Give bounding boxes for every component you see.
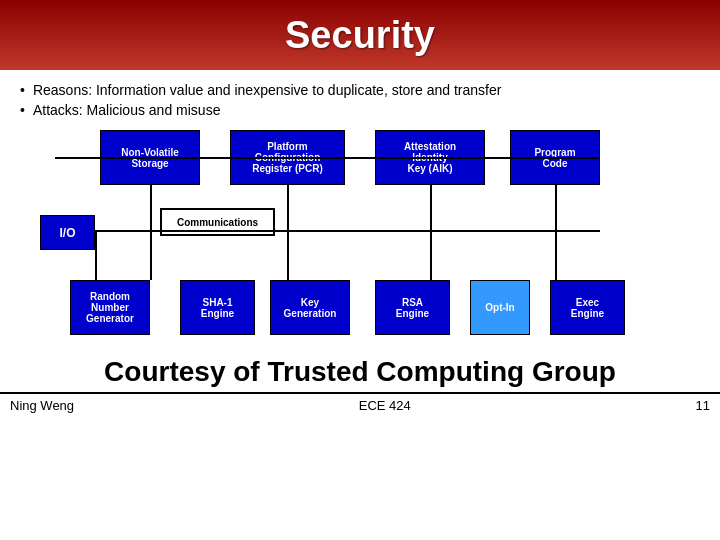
footer: Ning Weng ECE 424 11 [0, 394, 720, 417]
box-io: I/O [40, 215, 95, 250]
bullet-item-1: Reasons: Information value and inexpensi… [20, 80, 700, 100]
v-line-8 [555, 230, 557, 280]
bullet-text-2: Attacks: Malicious and misuse [33, 102, 221, 118]
box-keygen: Key Generation [270, 280, 350, 335]
courtesy-text: Courtesy of Trusted Computing Group [20, 356, 700, 388]
header: Security [0, 0, 720, 70]
v-line-5 [150, 230, 152, 280]
main-content: Reasons: Information value and inexpensi… [0, 70, 720, 388]
diagram-area: Non-Volatile Storage Platform Configurat… [20, 130, 700, 350]
v-line-3 [430, 185, 432, 230]
v-line-1 [150, 185, 152, 230]
footer-center: ECE 424 [359, 398, 411, 413]
v-line-2 [287, 185, 289, 230]
box-exec: Exec Engine [550, 280, 625, 335]
v-line-4 [555, 185, 557, 230]
footer-left: Ning Weng [10, 398, 74, 413]
box-sha1: SHA-1 Engine [180, 280, 255, 335]
box-rng: Random Number Generator [70, 280, 150, 335]
box-optin: Opt-In [470, 280, 530, 335]
h-line-mid [95, 230, 600, 232]
page-title: Security [285, 14, 435, 57]
footer-right: 11 [696, 398, 710, 413]
diagram: Non-Volatile Storage Platform Configurat… [40, 130, 680, 350]
box-rsa: RSA Engine [375, 280, 450, 335]
v-line-rng [95, 230, 97, 280]
v-line-7 [430, 230, 432, 280]
h-line-top [55, 157, 600, 159]
bullet-text-1: Reasons: Information value and inexpensi… [33, 82, 502, 98]
v-line-6 [287, 230, 289, 280]
bullet-list: Reasons: Information value and inexpensi… [20, 80, 700, 120]
bullet-item-2: Attacks: Malicious and misuse [20, 100, 700, 120]
